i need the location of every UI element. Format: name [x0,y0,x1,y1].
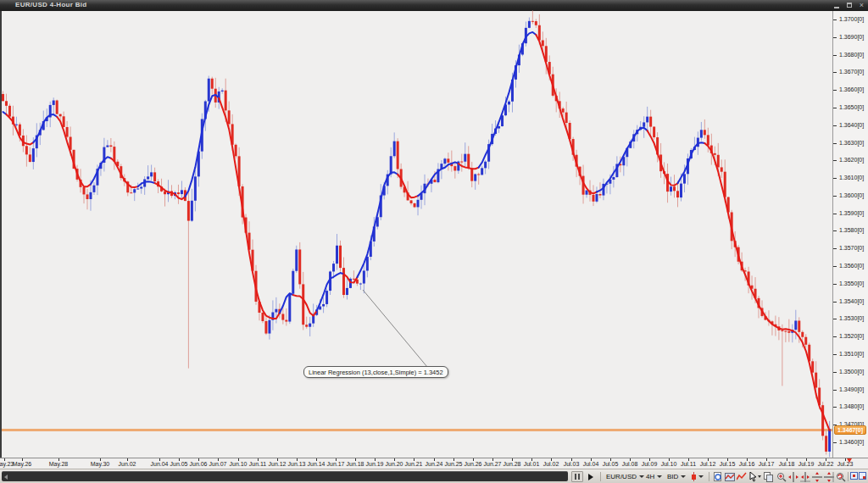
date-tick-label: Jun.13 [287,461,305,467]
window-title: EUR/USD 4-Hour Bid [15,1,87,8]
line-chart-icon [737,472,747,482]
play-button[interactable] [585,471,597,482]
bottom-toolbar: EUR/USD 4H BID [0,469,868,483]
price-axis-tick [833,125,837,126]
tile-window-button-1[interactable] [850,472,858,480]
date-tick-label: Jul.08 [622,461,638,467]
date-tick-label: Jun.24 [425,461,442,467]
date-tick-label: May.28 [49,461,68,467]
date-tick-label: Jul.15 [720,461,736,467]
tile-icon [863,476,865,479]
price-axis-tick [833,302,837,303]
date-tick-label: Jun.06 [189,461,207,467]
price-axis-tick [833,407,837,408]
price-axis-tick [833,178,837,179]
chart-scrollbar[interactable] [2,471,568,481]
date-tick-label: Jul.02 [543,461,559,467]
price-axis-tick [833,319,837,319]
price-axis[interactable]: 1.3700[0]1.3690[0]1.3680[0]1.3670[0]1.36… [832,11,868,458]
pause-button[interactable] [571,471,583,482]
candle-icon [692,472,696,481]
date-tick-label: Jun.07 [209,461,226,467]
price-axis-label: 1.3700[0] [839,16,864,22]
zoom-page-icon [713,472,723,482]
date-tick-label: May.30 [91,461,109,467]
price-axis-label: 1.3550[0] [839,280,864,286]
date-tick-label: Jul.10 [661,461,677,467]
price-axis-tick [833,55,837,56]
price-axis-label: 1.3500[0] [839,369,864,375]
price-axis-tick [833,248,837,249]
date-tick-label: Jun.10 [229,461,247,467]
zoom-horizontal-button[interactable] [787,471,799,482]
scrollbar-left-arrow-icon[interactable] [4,475,8,480]
price-chart[interactable] [2,11,832,458]
date-tick-label: Jun.28 [503,461,520,467]
price-axis-tick [833,372,837,373]
zoom-in-icon [776,472,787,482]
symbol-dropdown[interactable]: EUR/USD [606,471,644,482]
price-axis-tick [833,284,837,285]
close-button[interactable]: × [860,2,864,9]
timeframe-dropdown[interactable]: 4H [646,471,662,482]
expand-vertical-button[interactable] [823,471,835,482]
expand-horizontal-button[interactable] [811,471,823,482]
price-axis-label: 1.3590[0] [839,210,864,216]
price-axis-label: 1.3560[0] [839,263,864,269]
minimize-button[interactable] [834,2,839,9]
maximize-button[interactable] [847,2,852,9]
toolbar-separator [848,472,849,481]
date-tick-label: Jul.05 [603,461,619,467]
price-axis-tick [833,266,837,267]
date-tick-label: Jul.12 [700,461,716,467]
line-chart-button[interactable] [736,471,748,482]
date-tick-label: Jun.11 [249,461,267,467]
date-tick-label: Jun.18 [346,461,364,467]
price-axis-label: 1.3680[0] [839,52,864,58]
cursor-tool-button[interactable] [748,471,762,482]
price-axis-label: 1.3620[0] [839,157,864,163]
price-axis-label: 1.3530[0] [839,315,864,321]
price-axis-label: 1.3510[0] [839,351,864,357]
date-tick-label: Jul.16 [739,461,755,467]
date-axis[interactable]: May.23May.26May.28May.30Jun.02Jun.04Jun.… [0,458,868,469]
price-axis-label: 1.3480[0] [839,403,864,409]
price-axis-label: 1.3670[0] [839,69,864,75]
duplicate-button[interactable] [763,471,775,482]
toolbar-separator [600,472,601,481]
date-tick-label: Jul.17 [759,461,775,467]
price-axis-tick [833,90,837,91]
zoom-in-button[interactable] [776,471,787,482]
date-tick-label: Jul.09 [642,461,658,467]
date-tick-label: Jun.21 [404,461,422,467]
zoom-reset-icon [836,472,846,482]
price-axis-tick [833,72,837,73]
chevron-down-icon [681,475,686,478]
price-axis-label: 1.3490[0] [839,386,864,392]
indicator-tooltip: Linear Regression (13,close,1,Simple) = … [303,366,448,378]
price-axis-tick [833,230,837,231]
timeframe-dropdown-label: 4H [646,473,654,480]
tile-window-button-2[interactable] [859,472,866,480]
chart-window: EUR/USD 4-Hour Bid × 1.3700[0]1.3690[0]1… [0,0,868,483]
bar-style-dropdown[interactable] [692,471,704,482]
zoom-page-button[interactable] [712,471,724,482]
price-axis-tick [833,19,837,20]
title-bar[interactable]: EUR/USD 4-Hour Bid × [0,0,868,11]
zoom-reset-button[interactable] [835,471,847,482]
price-type-dropdown[interactable]: BID [667,471,686,482]
zoom-vertical-button[interactable] [799,471,811,482]
date-tick-label: Jul.01 [524,461,540,467]
price-axis-label: 1.3610[0] [839,175,864,180]
price-axis-tick [833,160,837,161]
symbol-dropdown-label: EUR/USD [606,473,637,480]
chart-type-button[interactable] [724,471,736,482]
date-tick-label: Jun.27 [483,461,501,467]
date-tick-label: May.26 [13,461,31,467]
price-axis-label: 1.3460[0] [839,439,864,445]
expand-horizontal-icon [812,472,822,482]
price-axis-label: 1.3690[0] [839,34,864,40]
date-tick-label: Jul.11 [681,461,696,467]
date-tick-label: Jun.05 [170,461,187,467]
zoom-horizontal-icon [788,472,798,482]
